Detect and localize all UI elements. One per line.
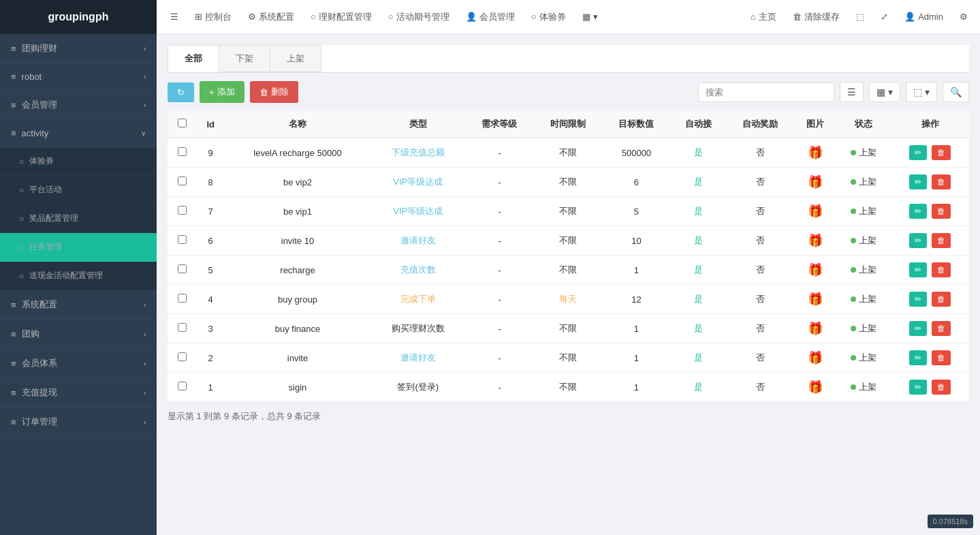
row-image[interactable]: 🎁	[794, 256, 836, 285]
row-type[interactable]: 邀请好友	[370, 226, 465, 256]
nav-sysconfig[interactable]: ⚙ 系统配置	[241, 7, 301, 27]
row-checkbox[interactable]	[168, 343, 197, 373]
nav-dashboard[interactable]: ⊞ 控制台	[188, 7, 238, 27]
gift-icon[interactable]: 🎁	[808, 146, 823, 159]
edit-button[interactable]: ✏	[909, 174, 927, 189]
menu-toggle-button[interactable]: ☰	[163, 7, 185, 26]
gift-icon[interactable]: 🎁	[808, 175, 823, 189]
row-image[interactable]: 🎁	[794, 168, 836, 197]
delete-row-button[interactable]: 🗑	[932, 350, 951, 365]
row-type[interactable]: 完成下单	[370, 285, 465, 314]
delete-row-button[interactable]: 🗑	[932, 321, 951, 336]
search-button[interactable]: 🔍	[943, 82, 969, 102]
delete-row-button[interactable]: 🗑	[932, 262, 951, 277]
gift-icon[interactable]: 🎁	[808, 380, 823, 394]
gift-icon[interactable]: 🎁	[808, 234, 823, 247]
delete-row-button[interactable]: 🗑	[932, 174, 951, 189]
nav-screen1[interactable]: ⬚	[851, 7, 870, 26]
sidebar-item-dingdan[interactable]: ≡ 订单管理 ›	[0, 408, 157, 437]
delete-row-button[interactable]: 🗑	[932, 145, 951, 160]
delete-row-button[interactable]: 🗑	[932, 292, 951, 307]
row-image[interactable]: 🎁	[794, 197, 836, 226]
sidebar-item-renwu[interactable]: ○ 任务管理	[0, 233, 157, 262]
row-image[interactable]: 🎁	[794, 285, 836, 314]
row-type[interactable]: VIP等级达成	[370, 168, 465, 197]
sidebar-item-songxian[interactable]: ○ 送现金活动配置管理	[0, 262, 157, 290]
sidebar-item-chongzhi[interactable]: ≡ 充值提现 ›	[0, 378, 157, 408]
row-checkbox[interactable]	[168, 373, 197, 402]
edit-button[interactable]: ✏	[909, 204, 927, 219]
sidebar-item-pingtai[interactable]: ○ 平台活动	[0, 176, 157, 204]
row-type[interactable]: 购买理财次数	[370, 314, 465, 343]
select-all-checkbox[interactable]	[178, 119, 187, 127]
row-checkbox[interactable]	[168, 138, 197, 168]
row-checkbox[interactable]	[168, 197, 197, 226]
sidebar-item-xitong[interactable]: ≡ 系统配置 ›	[0, 290, 157, 320]
sidebar-item-huiyuan[interactable]: ≡ 会员管理 ›	[0, 91, 157, 120]
sidebar-item-tuangou[interactable]: ≡ 团购 ›	[0, 320, 157, 349]
row-image[interactable]: 🎁	[794, 373, 836, 402]
nav-home[interactable]: ⌂ 主页	[745, 7, 782, 27]
gift-icon[interactable]: 🎁	[808, 322, 823, 335]
nav-fullscreen[interactable]: ⤢	[875, 7, 894, 26]
row-type[interactable]: 签到(登录)	[370, 373, 465, 402]
edit-button[interactable]: ✏	[909, 350, 927, 365]
edit-button[interactable]: ✏	[909, 145, 927, 160]
search-input[interactable]	[698, 82, 834, 102]
delete-row-button[interactable]: 🗑	[932, 233, 951, 248]
nav-admin[interactable]: 👤 Admin	[899, 7, 949, 26]
add-button[interactable]: + 添加	[200, 81, 244, 103]
list-icon: ≡	[11, 128, 16, 138]
row-checkbox[interactable]	[168, 314, 197, 343]
circle-icon: ○	[388, 12, 394, 22]
edit-button[interactable]: ✏	[909, 233, 927, 248]
row-type[interactable]: 充值次数	[370, 256, 465, 285]
nav-member[interactable]: 👤 会员管理	[459, 7, 522, 27]
sidebar-item-activity[interactable]: ≡ activity ∨	[0, 120, 157, 147]
sidebar-item-robot[interactable]: ≡ robot ›	[0, 63, 157, 91]
row-image[interactable]: 🎁	[794, 314, 836, 343]
row-image[interactable]: 🎁	[794, 226, 836, 256]
sidebar-item-tiyan[interactable]: ○ 体验券	[0, 147, 157, 176]
nav-more[interactable]: ▦ ▾	[575, 7, 605, 26]
nav-tiyanq[interactable]: ○ 体验券	[524, 7, 573, 27]
row-type[interactable]: 下级充值总额	[370, 138, 465, 168]
nav-activity-period[interactable]: ○ 活动期号管理	[381, 7, 456, 27]
chevron-right-icon: ›	[144, 73, 146, 80]
edit-button[interactable]: ✏	[909, 262, 927, 277]
row-auto-accept: 是	[671, 373, 726, 402]
row-type[interactable]: 邀请好友	[370, 343, 465, 373]
view-list-button[interactable]: ☰	[840, 82, 864, 102]
row-actions: ✏ 🗑	[891, 256, 969, 285]
row-image[interactable]: 🎁	[794, 343, 836, 373]
tab-all[interactable]: 全部	[168, 45, 219, 72]
row-checkbox[interactable]	[168, 168, 197, 197]
tab-online[interactable]: 上架	[270, 45, 321, 72]
nav-clear-cache[interactable]: 🗑 清除缓存	[787, 7, 845, 27]
sidebar-item-huiyuan2[interactable]: ≡ 会员体系 ›	[0, 349, 157, 378]
delete-button[interactable]: 🗑 删除	[250, 81, 298, 103]
sidebar-item-tuangouli[interactable]: ≡ 团购理财 ›	[0, 34, 157, 63]
gift-icon[interactable]: 🎁	[808, 204, 823, 218]
nav-licai[interactable]: ○ 理财配置管理	[304, 7, 379, 27]
edit-button[interactable]: ✏	[909, 321, 927, 336]
view-grid-button[interactable]: ▦ ▾	[869, 82, 900, 102]
edit-button[interactable]: ✏	[909, 292, 927, 307]
gift-icon[interactable]: 🎁	[808, 263, 823, 277]
chevron-right-icon: ›	[144, 102, 146, 109]
gift-icon[interactable]: 🎁	[808, 351, 823, 365]
row-image[interactable]: 🎁	[794, 138, 836, 168]
export-button[interactable]: ⬚ ▾	[906, 82, 937, 102]
sidebar-item-jiangpin[interactable]: ○ 奖品配置管理	[0, 204, 157, 233]
refresh-button[interactable]: ↻	[168, 82, 194, 102]
gift-icon[interactable]: 🎁	[808, 292, 823, 306]
row-checkbox[interactable]	[168, 256, 197, 285]
row-type[interactable]: VIP等级达成	[370, 197, 465, 226]
nav-settings[interactable]: ⚙	[954, 7, 973, 26]
tab-offline[interactable]: 下架	[219, 45, 270, 72]
edit-button[interactable]: ✏	[909, 380, 927, 395]
row-checkbox[interactable]	[168, 226, 197, 256]
delete-row-button[interactable]: 🗑	[932, 380, 951, 395]
row-checkbox[interactable]	[168, 285, 197, 314]
delete-row-button[interactable]: 🗑	[932, 204, 951, 219]
